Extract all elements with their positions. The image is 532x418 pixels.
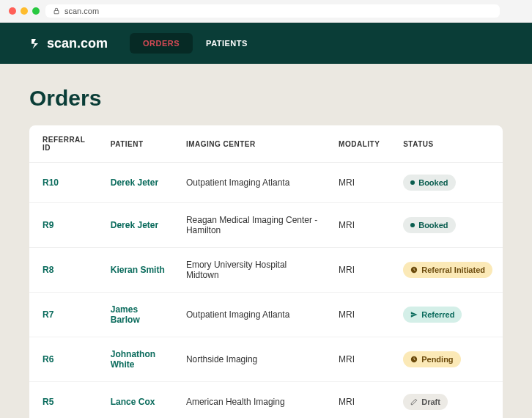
modality-cell: MRI <box>328 163 393 203</box>
patient-link[interactable]: Johnathon White <box>111 349 155 370</box>
imaging-center-cell: American Health Imaging <box>176 382 328 419</box>
table-row[interactable]: R10Derek JeterOutpatient Imaging Atlanta… <box>29 163 503 203</box>
top-nav: scan.com ORDERSPATIENTS <box>0 23 532 64</box>
patient-link[interactable]: James Barlow <box>111 304 140 325</box>
status-label: Draft <box>421 397 440 406</box>
page-title: Orders <box>29 86 503 111</box>
imaging-center-cell: Northside Imaging <box>176 337 328 382</box>
orders-table: REFERRAL ID PATIENT IMAGING CENTER MODAL… <box>29 125 503 418</box>
imaging-center-cell: Emory University Hospital Midtown <box>176 248 328 293</box>
referral-id-link[interactable]: R6 <box>43 354 53 364</box>
booked-status-icon <box>410 223 415 227</box>
status-badge: Referred <box>403 307 462 323</box>
lock-icon <box>53 7 60 15</box>
url-text: scan.com <box>64 7 99 15</box>
status-badge: Booked <box>403 175 455 191</box>
modality-cell: MRI <box>328 248 393 293</box>
table-row[interactable]: R7James BarlowOutpatient Imaging Atlanta… <box>29 293 503 337</box>
column-header-status[interactable]: STATUS <box>393 125 503 163</box>
status-badge: Draft <box>403 394 448 410</box>
maximize-window-button[interactable] <box>32 7 40 15</box>
referral-initiated-status-icon <box>410 266 418 274</box>
imaging-center-cell: Reagan Medical Imaging Center - Hamilton <box>176 203 328 248</box>
table-row[interactable]: R9Derek JeterReagan Medical Imaging Cent… <box>29 203 503 248</box>
modality-cell: MRI <box>328 337 393 382</box>
column-header-imaging-center[interactable]: IMAGING CENTER <box>176 125 328 163</box>
nav-tab-orders[interactable]: ORDERS <box>130 33 193 54</box>
imaging-center-cell: Outpatient Imaging Atlanta <box>176 163 328 203</box>
column-header-modality[interactable]: MODALITY <box>328 125 393 163</box>
referral-id-link[interactable]: R10 <box>43 177 59 188</box>
imaging-center-cell: Outpatient Imaging Atlanta <box>176 293 328 337</box>
referral-id-link[interactable]: R8 <box>43 265 53 275</box>
referral-id-link[interactable]: R7 <box>43 309 53 320</box>
content-area: Orders REFERRAL ID PATIENT IMAGING CENTE… <box>0 64 532 418</box>
url-bar[interactable]: scan.com <box>45 4 500 18</box>
nav-tab-patients[interactable]: PATIENTS <box>193 33 261 54</box>
status-label: Booked <box>418 221 448 230</box>
traffic-lights <box>9 7 40 15</box>
status-badge: Booked <box>403 217 455 233</box>
modality-cell: MRI <box>328 293 393 337</box>
modality-cell: MRI <box>328 203 393 248</box>
table-row[interactable]: R8Kieran SmithEmory University Hospital … <box>29 248 503 293</box>
minimize-window-button[interactable] <box>21 7 28 15</box>
orders-table-container: REFERRAL ID PATIENT IMAGING CENTER MODAL… <box>29 125 503 418</box>
column-header-patient[interactable]: PATIENT <box>100 125 176 163</box>
status-label: Referred <box>421 310 454 319</box>
draft-status-icon <box>410 398 418 406</box>
status-label: Referral Initiated <box>421 265 485 274</box>
table-row[interactable]: R6Johnathon WhiteNorthside ImagingMRIPen… <box>29 337 503 382</box>
status-label: Pending <box>421 355 453 364</box>
logo[interactable]: scan.com <box>29 36 108 51</box>
table-header-row: REFERRAL ID PATIENT IMAGING CENTER MODAL… <box>29 125 503 163</box>
referred-status-icon <box>410 311 418 318</box>
referral-id-link[interactable]: R5 <box>43 397 53 407</box>
pending-status-icon <box>410 356 418 363</box>
svg-rect-0 <box>54 11 59 14</box>
patient-link[interactable]: Kieran Smith <box>111 265 165 275</box>
browser-chrome: scan.com <box>0 0 532 23</box>
patient-link[interactable]: Lance Cox <box>111 397 155 407</box>
logo-mark-icon <box>29 37 43 50</box>
booked-status-icon <box>410 180 415 185</box>
status-label: Booked <box>418 178 448 187</box>
status-badge: Referral Initiated <box>403 262 492 278</box>
patient-link[interactable]: Derek Jeter <box>111 220 158 230</box>
column-header-referral-id[interactable]: REFERRAL ID <box>29 125 100 163</box>
table-row[interactable]: R5Lance CoxAmerican Health ImagingMRIDra… <box>29 382 503 419</box>
modality-cell: MRI <box>328 382 393 419</box>
logo-text: scan.com <box>47 36 108 51</box>
close-window-button[interactable] <box>9 7 16 15</box>
referral-id-link[interactable]: R9 <box>43 220 53 230</box>
nav-tabs: ORDERSPATIENTS <box>130 33 261 54</box>
patient-link[interactable]: Derek Jeter <box>111 177 158 188</box>
status-badge: Pending <box>403 351 460 367</box>
